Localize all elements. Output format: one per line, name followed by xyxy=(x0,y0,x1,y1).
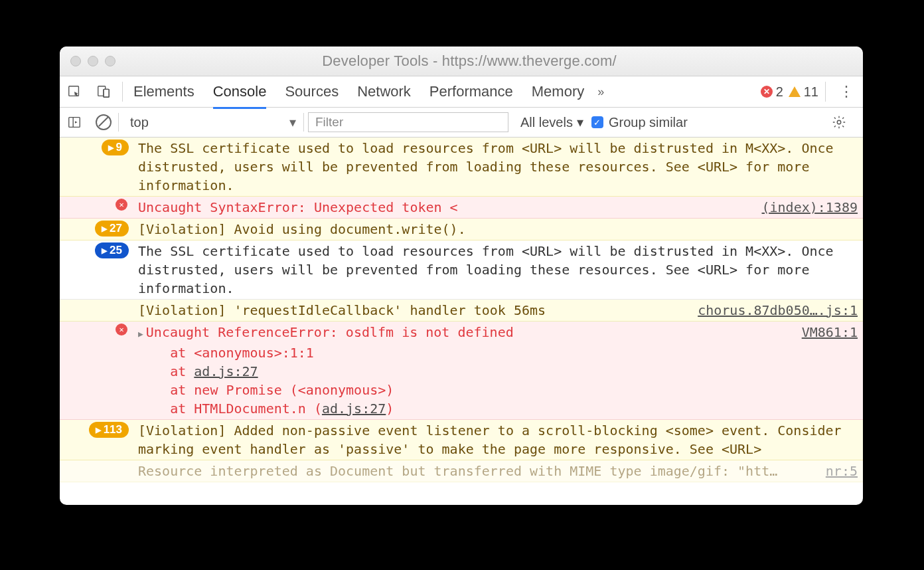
log-message: Uncaught SyntaxError: Unexpected token < xyxy=(138,198,749,217)
error-icon: ✕ xyxy=(116,324,127,335)
error-badge-icon: ✕ xyxy=(761,86,773,98)
console-log[interactable]: ▶9 The SSL certificate used to load reso… xyxy=(60,138,863,505)
filter-input[interactable]: Filter xyxy=(308,112,508,132)
more-tabs-icon[interactable]: » xyxy=(597,85,604,99)
log-message: Resource interpreted as Document but tra… xyxy=(138,462,812,480)
log-row[interactable]: ▶113 [Violation] Added non-passive event… xyxy=(60,420,863,460)
zoom-dot[interactable] xyxy=(105,56,116,66)
group-pill[interactable]: ▶113 xyxy=(89,422,129,438)
log-row[interactable]: Resource interpreted as Document but tra… xyxy=(60,460,863,482)
tab-sources[interactable]: Sources xyxy=(285,74,339,109)
log-source[interactable]: nr:5 xyxy=(812,462,858,480)
log-source[interactable]: (index):1389 xyxy=(749,198,858,217)
tab-performance[interactable]: Performance xyxy=(429,74,513,109)
level-value: All levels xyxy=(520,115,573,130)
svg-rect-0 xyxy=(69,86,79,96)
log-row[interactable]: ✕ ▶Uncaught ReferenceError: osdlfm is no… xyxy=(60,322,863,420)
log-row[interactable]: ▶9 The SSL certificate used to load reso… xyxy=(60,138,863,197)
disclosure-icon[interactable]: ▶ xyxy=(138,329,143,339)
log-message: The SSL certificate used to load resourc… xyxy=(138,139,858,195)
log-message: [Violation] Added non-passive event list… xyxy=(138,421,858,458)
context-value: top xyxy=(130,115,149,130)
group-pill[interactable]: ▶27 xyxy=(95,221,129,237)
log-row[interactable]: [Violation] 'requestIdleCallback' handle… xyxy=(60,300,863,322)
log-message: [Violation] Avoid using document.write()… xyxy=(138,220,858,238)
group-similar-label[interactable]: Group similar xyxy=(609,115,688,130)
log-message: The SSL certificate used to load resourc… xyxy=(138,242,858,298)
close-dot[interactable] xyxy=(70,56,81,66)
devtools-window: Developer Tools - https://www.theverge.c… xyxy=(60,47,863,505)
log-row[interactable]: ▶25 The SSL certificate used to load res… xyxy=(60,240,863,300)
chevron-down-icon: ▾ xyxy=(289,114,296,130)
panel-tabs: Elements Console Sources Network Perform… xyxy=(133,76,584,107)
sidebar-toggle-icon[interactable] xyxy=(60,115,89,130)
log-message: [Violation] 'requestIdleCallback' handle… xyxy=(138,301,684,320)
gear-icon[interactable] xyxy=(824,115,854,130)
kebab-icon[interactable]: ⋮ xyxy=(835,83,858,100)
titlebar: Developer Tools - https://www.theverge.c… xyxy=(60,47,863,76)
svg-rect-4 xyxy=(69,118,80,128)
console-toolbar: top ▾ Filter All levels ▾ ✓ Group simila… xyxy=(60,108,863,138)
tab-console[interactable]: Console xyxy=(213,74,267,109)
status-badges[interactable]: ✕2 11 xyxy=(761,84,818,100)
warning-badge-icon xyxy=(789,86,801,97)
panel-tabbar: Elements Console Sources Network Perform… xyxy=(60,76,863,108)
log-row[interactable]: ✕ Uncaught SyntaxError: Unexpected token… xyxy=(60,197,863,219)
log-message: ▶Uncaught ReferenceError: osdlfm is not … xyxy=(138,323,789,418)
context-selector[interactable]: top ▾ xyxy=(123,112,303,132)
error-count: 2 xyxy=(776,84,783,100)
error-icon: ✕ xyxy=(116,199,127,211)
traffic-lights xyxy=(60,56,116,66)
group-pill[interactable]: ▶9 xyxy=(102,140,129,155)
svg-point-5 xyxy=(837,120,841,124)
window-title: Developer Tools - https://www.theverge.c… xyxy=(116,52,863,70)
svg-rect-2 xyxy=(104,89,109,97)
warning-count: 11 xyxy=(804,84,818,100)
min-dot[interactable] xyxy=(88,56,98,66)
group-pill[interactable]: ▶25 xyxy=(95,242,129,258)
log-source[interactable]: chorus.87db050….js:1 xyxy=(684,301,858,320)
tab-elements[interactable]: Elements xyxy=(133,74,194,109)
device-icon[interactable] xyxy=(89,84,118,99)
level-selector[interactable]: All levels ▾ xyxy=(520,114,583,130)
log-source[interactable]: VM861:1 xyxy=(789,323,858,341)
clear-console-icon[interactable] xyxy=(89,114,118,130)
tab-memory[interactable]: Memory xyxy=(532,74,584,109)
group-similar-checkbox[interactable]: ✓ xyxy=(591,116,603,128)
chevron-down-icon: ▾ xyxy=(577,114,583,130)
tab-network[interactable]: Network xyxy=(357,74,411,109)
inspect-icon[interactable] xyxy=(60,84,89,99)
log-row[interactable]: ▶27 [Violation] Avoid using document.wri… xyxy=(60,219,863,240)
